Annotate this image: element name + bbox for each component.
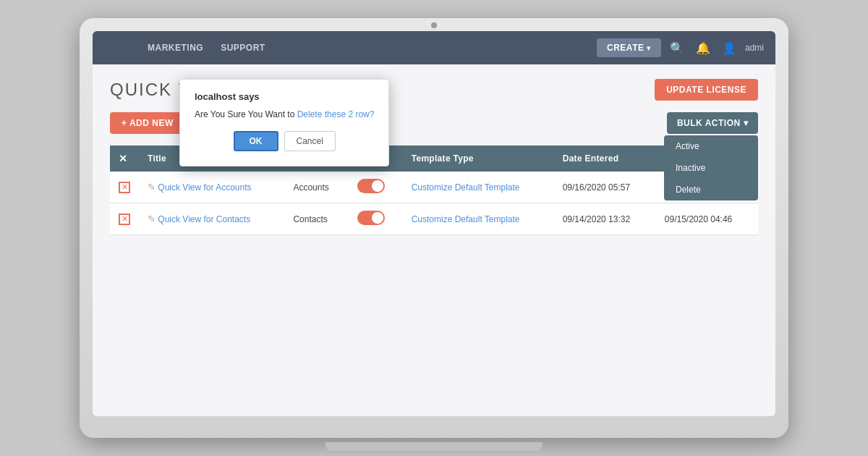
bell-icon[interactable]: 🔔 [693, 38, 713, 58]
create-dropdown-arrow: ▾ [647, 44, 651, 52]
nav-link-marketing[interactable]: MARKETING [148, 43, 203, 53]
laptop-camera [431, 22, 437, 28]
dialog-ok-button[interactable]: OK [234, 131, 278, 151]
nav-links: MARKETING SUPPORT [148, 43, 597, 53]
search-icon[interactable]: 🔍 [667, 38, 687, 58]
dialog-buttons: OK Cancel [195, 131, 374, 151]
page-content: QUICK VIEW UPDATE LICENSE + ADD NEW BULK… [93, 64, 775, 416]
admin-label[interactable]: admi [745, 43, 764, 53]
create-button[interactable]: CREATE ▾ [597, 38, 661, 57]
nav-link-support[interactable]: SUPPORT [221, 43, 265, 53]
laptop-base [326, 442, 542, 451]
dialog-message-prefix: Are You Sure You Want to [195, 109, 297, 119]
top-nav: MARKETING SUPPORT CREATE ▾ 🔍 🔔 👤 admi [93, 31, 775, 64]
nav-right: CREATE ▾ 🔍 🔔 👤 admi [597, 38, 764, 58]
dialog-cancel-button[interactable]: Cancel [284, 131, 336, 151]
user-icon[interactable]: 👤 [719, 38, 739, 58]
dialog-message-highlight: Delete these 2 row? [297, 109, 375, 119]
dialog-title: localhost says [195, 91, 374, 102]
dialog-overlay: localhost says Are You Sure You Want to … [93, 64, 775, 416]
dialog-box: localhost says Are You Sure You Want to … [179, 79, 389, 166]
dialog-message: Are You Sure You Want to Delete these 2 … [195, 109, 374, 119]
